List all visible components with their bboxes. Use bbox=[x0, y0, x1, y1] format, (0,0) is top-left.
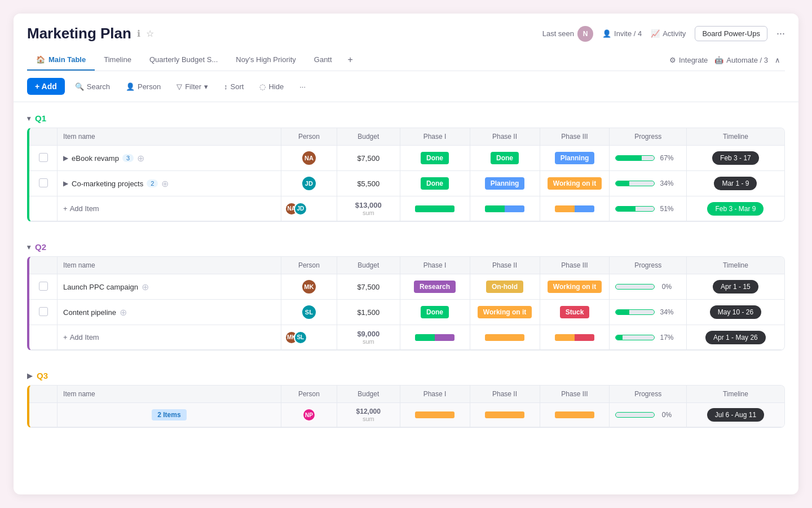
activity-button[interactable]: 📈 Activity bbox=[651, 29, 686, 38]
q1-header-row: Item name Person Budget Phase I Phase II… bbox=[29, 128, 784, 146]
progress-cell: 34% bbox=[610, 171, 686, 196]
hide-button[interactable]: ◌ Hide bbox=[254, 79, 289, 94]
group-q2-header[interactable]: ▾ Q2 bbox=[27, 235, 785, 256]
phase2-cell[interactable]: Planning bbox=[470, 171, 540, 196]
phase2-cell[interactable]: Done bbox=[470, 146, 540, 171]
more-options-button[interactable]: ··· bbox=[776, 28, 785, 40]
budget-sum-label: sum bbox=[343, 209, 394, 216]
phase1-cell[interactable]: Research bbox=[400, 274, 470, 300]
summary-timeline: Feb 3 - Mar 9 bbox=[686, 196, 784, 221]
tab-timeline[interactable]: Timeline bbox=[95, 50, 140, 71]
person-header: Person bbox=[281, 386, 337, 403]
checkbox-header bbox=[29, 386, 58, 403]
expand-icon[interactable]: ▶ bbox=[63, 154, 68, 162]
timeline-badge: Feb 3 - Mar 9 bbox=[707, 202, 764, 216]
summary-timeline: Apr 1 - May 26 bbox=[686, 325, 784, 350]
add-item-cell[interactable]: + Add Item bbox=[58, 325, 281, 350]
add-sub-icon[interactable]: ⊕ bbox=[161, 178, 169, 189]
q3-timeline: Jul 6 - Aug 11 bbox=[686, 403, 784, 427]
summary-phase3 bbox=[540, 196, 610, 221]
summary-person: NA JD bbox=[281, 196, 337, 221]
tabs-left: 🏠 Main Table Timeline Quarterly Budget S… bbox=[27, 49, 360, 71]
phase3-cell[interactable]: Planning bbox=[540, 146, 610, 171]
item-name-header: Item name bbox=[58, 386, 281, 403]
timeline-header: Timeline bbox=[686, 386, 784, 403]
row-checkbox[interactable] bbox=[29, 171, 58, 196]
invite-button[interactable]: 👤 Invite / 4 bbox=[602, 29, 642, 38]
header-right: Last seen N 👤 Invite / 4 📈 Activity Boar… bbox=[542, 26, 785, 42]
summary-phase3 bbox=[540, 325, 610, 350]
q3-chevron-icon: ▶ bbox=[27, 372, 32, 380]
person-cell: MK bbox=[281, 274, 337, 300]
tab-quarterly-budget[interactable]: Quarterly Budget S... bbox=[140, 50, 227, 71]
plus-icon: + bbox=[63, 204, 68, 213]
q3-checkbox bbox=[29, 403, 58, 427]
collapse-button[interactable]: ∧ bbox=[775, 56, 780, 64]
phase2-cell[interactable]: On-hold bbox=[470, 274, 540, 300]
phase3-header: Phase III bbox=[540, 386, 610, 403]
main-content: ▾ Q1 Item name Person Budget Phase I Pha… bbox=[14, 102, 798, 455]
group-q1-header[interactable]: ▾ Q1 bbox=[27, 107, 785, 128]
filter-button[interactable]: ▽ Filter ▾ bbox=[171, 79, 214, 94]
phase1-cell[interactable]: Done bbox=[400, 171, 470, 196]
phase3-cell[interactable]: Working on it bbox=[540, 274, 610, 300]
add-sub-icon[interactable]: ⊕ bbox=[137, 153, 144, 164]
phase1-cell[interactable]: Done bbox=[400, 146, 470, 171]
phase2-badge: Done bbox=[491, 152, 519, 164]
person-header: Person bbox=[281, 128, 337, 146]
activity-icon: 📈 bbox=[651, 29, 660, 38]
q3-header-row: Item name Person Budget Phase I Phase II… bbox=[29, 386, 784, 403]
phase1-cell[interactable]: Done bbox=[400, 300, 470, 325]
summary-person: MK SL bbox=[281, 325, 337, 350]
q3-phase3 bbox=[540, 403, 610, 427]
header-top: Marketing Plan ℹ ☆ Last seen N 👤 Invite … bbox=[27, 25, 785, 42]
phase2-header: Phase II bbox=[470, 386, 540, 403]
more-toolbar-button[interactable]: ··· bbox=[294, 79, 311, 94]
checkbox[interactable] bbox=[39, 307, 48, 316]
item-name-text: Content pipeline bbox=[63, 308, 116, 317]
progress-fill bbox=[616, 310, 629, 314]
board-power-ups-button[interactable]: Board Power-Ups bbox=[695, 26, 767, 41]
table-row: Launch PPC campaign ⊕ MK $7,500 Research… bbox=[29, 274, 784, 300]
checkbox[interactable] bbox=[39, 153, 48, 162]
star-icon[interactable]: ☆ bbox=[146, 28, 154, 39]
avatar: NP bbox=[302, 408, 316, 422]
phase2-cell[interactable]: Working on it bbox=[470, 300, 540, 325]
add-item-button[interactable]: + Add Item bbox=[63, 204, 275, 213]
tab-main-table[interactable]: 🏠 Main Table bbox=[27, 50, 95, 71]
sort-button[interactable]: ↕ Sort bbox=[218, 79, 249, 94]
add-tab-button[interactable]: + bbox=[341, 49, 360, 71]
phase3-cell[interactable]: Stuck bbox=[540, 300, 610, 325]
group-q3-header[interactable]: ▶ Q3 bbox=[27, 364, 785, 385]
search-button[interactable]: 🔍 Search bbox=[69, 79, 116, 94]
integrate-icon: ⚙ bbox=[669, 56, 676, 64]
add-button[interactable]: + Add bbox=[27, 78, 65, 95]
tab-gantt[interactable]: Gantt bbox=[305, 50, 341, 71]
info-icon[interactable]: ℹ bbox=[137, 28, 140, 39]
person-filter-button[interactable]: 👤 Person bbox=[120, 79, 166, 94]
filter-chevron-icon: ▾ bbox=[204, 82, 208, 91]
add-sub-icon[interactable]: ⊕ bbox=[142, 282, 149, 292]
summary-phase1 bbox=[400, 196, 470, 221]
phase3-header: Phase III bbox=[540, 128, 610, 146]
timeline-header: Timeline bbox=[686, 257, 784, 274]
add-sub-icon[interactable]: ⊕ bbox=[120, 307, 127, 318]
checkbox[interactable] bbox=[39, 178, 48, 187]
row-checkbox[interactable] bbox=[29, 274, 58, 300]
last-seen: Last seen N bbox=[542, 26, 593, 42]
add-item-cell[interactable]: + Add Item bbox=[58, 196, 281, 221]
group-q2-label: Q2 bbox=[35, 242, 46, 252]
timeline-header: Timeline bbox=[686, 128, 784, 146]
tab-noys-high-priority[interactable]: Noy's High Priority bbox=[227, 50, 305, 71]
automate-button[interactable]: 🤖 Automate / 3 bbox=[714, 56, 768, 64]
integrate-button[interactable]: ⚙ Integrate bbox=[669, 56, 708, 64]
checkbox[interactable] bbox=[39, 282, 48, 291]
row-checkbox[interactable] bbox=[29, 300, 58, 325]
row-checkbox[interactable] bbox=[29, 146, 58, 171]
budget-cell: $7,500 bbox=[337, 146, 400, 171]
phase3-cell[interactable]: Working on it bbox=[540, 171, 610, 196]
add-item-button[interactable]: + Add Item bbox=[63, 333, 275, 341]
header-left: Marketing Plan ℹ ☆ bbox=[27, 25, 154, 42]
expand-icon[interactable]: ▶ bbox=[63, 179, 68, 187]
plus-icon: + bbox=[63, 333, 68, 341]
